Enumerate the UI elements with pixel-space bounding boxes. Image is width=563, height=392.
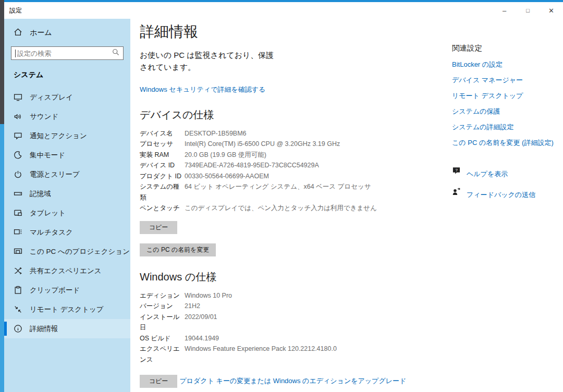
sidebar-item-notifications[interactable]: 通知とアクション: [4, 126, 130, 145]
sidebar-item-remote-desktop[interactable]: リモート デスクトップ: [4, 300, 130, 319]
spec-label: OS ビルド: [140, 333, 185, 344]
copy-device-spec-button[interactable]: コピー: [140, 221, 177, 234]
bitlocker-settings-link[interactable]: BitLocker の設定: [452, 60, 563, 69]
system-protection-link[interactable]: システムの保護: [452, 107, 563, 116]
spec-label: バージョン: [140, 301, 185, 312]
sidebar-item-focus-assist[interactable]: 集中モード: [4, 145, 130, 165]
sidebar-item-power-sleep[interactable]: 電源とスリープ: [4, 165, 130, 184]
sidebar-item-about[interactable]: 詳細情報: [4, 319, 130, 338]
spec-row-device-name: デバイス名 DESKTOP-1B59BM6: [140, 128, 443, 139]
sidebar-item-clipboard[interactable]: クリップボード: [4, 280, 130, 300]
spec-value: Windows 10 Pro: [185, 290, 232, 301]
spec-value: 19044.1949: [185, 333, 219, 344]
sidebar-item-label: リモート デスクトップ: [30, 305, 104, 314]
device-spec-table: デバイス名 DESKTOP-1B59BM6 プロセッサ Intel(R) Cor…: [140, 128, 443, 214]
background-window-edge-blue: [0, 124, 4, 392]
spec-value: 20.0 GB (19.9 GB 使用可能): [185, 150, 266, 161]
display-icon: [14, 93, 22, 102]
search-icon[interactable]: [112, 48, 119, 58]
sidebar-item-display[interactable]: ディスプレイ: [4, 88, 130, 107]
spec-label: エクスペリエンス: [140, 344, 185, 365]
search-input[interactable]: [16, 50, 112, 57]
spec-label: システムの種類: [140, 181, 185, 203]
sidebar-item-label: クリップボード: [30, 286, 80, 295]
spec-row-system-type: システムの種類 64 ビット オペレーティング システム、x64 ベース プロセ…: [140, 181, 443, 203]
sidebar-item-label: 集中モード: [30, 151, 65, 160]
security-status-text: お使いの PC は監視されており、保護されています。: [140, 49, 282, 74]
sidebar-item-label: この PC へのプロジェクション: [30, 247, 130, 256]
spec-label: エディション: [140, 290, 185, 301]
spec-label: インストール日: [140, 312, 185, 333]
spec-value: このディスプレイでは、ペン入力とタッチ入力は利用できません: [185, 203, 377, 214]
page-title: 詳細情報: [140, 22, 443, 42]
tablet-icon: [14, 209, 22, 217]
maximize-button[interactable]: □: [516, 2, 540, 19]
sidebar-item-label: 通知とアクション: [30, 131, 87, 141]
spec-value: DESKTOP-1B59BM6: [185, 128, 247, 139]
spec-label: ペンとタッチ: [140, 203, 185, 214]
spec-value: 2022/09/01: [185, 312, 217, 333]
spec-label: プロセッサ: [140, 139, 185, 150]
send-feedback-link[interactable]: フィードバックの送信: [467, 191, 535, 199]
background-window-edge-dark: [0, 0, 4, 124]
settings-window: 設定 – □ ✕ ホーム: [4, 0, 563, 392]
spec-row-ram: 実装 RAM 20.0 GB (19.9 GB 使用可能): [140, 150, 443, 161]
spec-value: 64 ビット オペレーティング システム、x64 ベース プロセッサ: [185, 181, 371, 203]
window-title: 設定: [4, 6, 22, 15]
sidebar-item-label: ディスプレイ: [30, 93, 73, 102]
spec-row-experience: エクスペリエンス Windows Feature Experience Pack…: [140, 344, 443, 365]
multitask-icon: [14, 228, 22, 237]
sidebar-item-label: 電源とスリープ: [30, 170, 80, 179]
notifications-icon: [14, 131, 22, 140]
projection-icon: [14, 247, 22, 256]
spec-row-processor: プロセッサ Intel(R) Core(TM) i5-6500 CPU @ 3.…: [140, 139, 443, 150]
sidebar-item-storage[interactable]: 記憶域: [4, 184, 130, 203]
rename-pc-advanced-link[interactable]: この PC の名前を変更 (詳細設定): [452, 139, 563, 147]
sidebar-item-label: 詳細情報: [30, 324, 58, 334]
remote-desktop-icon: [14, 305, 22, 314]
focus-assist-icon: [14, 151, 22, 160]
related-settings: 関連設定 BitLocker の設定 デバイス マネージャー リモート デスクト…: [452, 43, 563, 199]
windows-spec-heading: Windows の仕様: [140, 270, 443, 284]
sidebar-home-label: ホーム: [30, 28, 52, 38]
sidebar-item-sound[interactable]: サウンド: [4, 107, 130, 126]
minimize-button[interactable]: –: [493, 2, 516, 19]
sidebar-item-label: マルチタスク: [30, 228, 73, 237]
svg-text:?: ?: [455, 167, 458, 172]
spec-row-version: バージョン 21H2: [140, 301, 443, 312]
device-manager-link[interactable]: デバイス マネージャー: [452, 76, 563, 84]
sidebar-item-tablet[interactable]: タブレット: [4, 203, 130, 223]
sidebar-item-multitasking[interactable]: マルチタスク: [4, 223, 130, 242]
sidebar-item-projecting[interactable]: この PC へのプロジェクション: [4, 242, 130, 261]
main-content: 詳細情報 お使いの PC は監視されており、保護されています。 Windows …: [130, 19, 563, 392]
window-controls: – □ ✕: [493, 2, 563, 19]
get-help-row[interactable]: ? ヘルプを表示: [452, 163, 563, 178]
titlebar: 設定 – □ ✕: [4, 2, 563, 19]
storage-icon: [14, 189, 22, 198]
settings-search-box[interactable]: [11, 46, 124, 60]
related-settings-heading: 関連設定: [452, 43, 563, 53]
sidebar-item-label: サウンド: [30, 112, 58, 121]
sidebar-item-label: 共有エクスペリエンス: [30, 266, 102, 276]
remote-desktop-link[interactable]: リモート デスクトップ: [452, 92, 563, 100]
sidebar: ホーム システム ディスプレイ: [4, 19, 130, 392]
copy-windows-spec-button[interactable]: コピー: [140, 375, 177, 388]
power-icon: [14, 170, 22, 179]
spec-row-install-date: インストール日 2022/09/01: [140, 312, 443, 333]
sidebar-item-shared-experiences[interactable]: 共有エクスペリエンス: [4, 261, 130, 280]
rename-pc-button[interactable]: この PC の名前を変更: [140, 243, 216, 256]
close-button[interactable]: ✕: [540, 2, 563, 19]
shared-experiences-icon: [14, 266, 22, 275]
spec-label: 実装 RAM: [140, 150, 185, 161]
change-product-key-link[interactable]: プロダクト キーの変更または Windows のエディションをアップグレード: [179, 376, 406, 386]
spec-value: 21H2: [185, 301, 200, 312]
advanced-system-settings-link[interactable]: システムの詳細設定: [452, 123, 563, 131]
about-icon: [14, 324, 22, 333]
spec-label: プロダクト ID: [140, 171, 185, 182]
feedback-row[interactable]: フィードバックの送信: [452, 183, 563, 199]
sidebar-item-home[interactable]: ホーム: [14, 27, 130, 39]
windows-security-link[interactable]: Windows セキュリティで詳細を確認する: [140, 85, 265, 94]
get-help-link[interactable]: ヘルプを表示: [467, 170, 508, 178]
sidebar-item-label: 記憶域: [30, 189, 51, 199]
spec-value: Intel(R) Core(TM) i5-6500 CPU @ 3.20GHz …: [185, 139, 340, 150]
